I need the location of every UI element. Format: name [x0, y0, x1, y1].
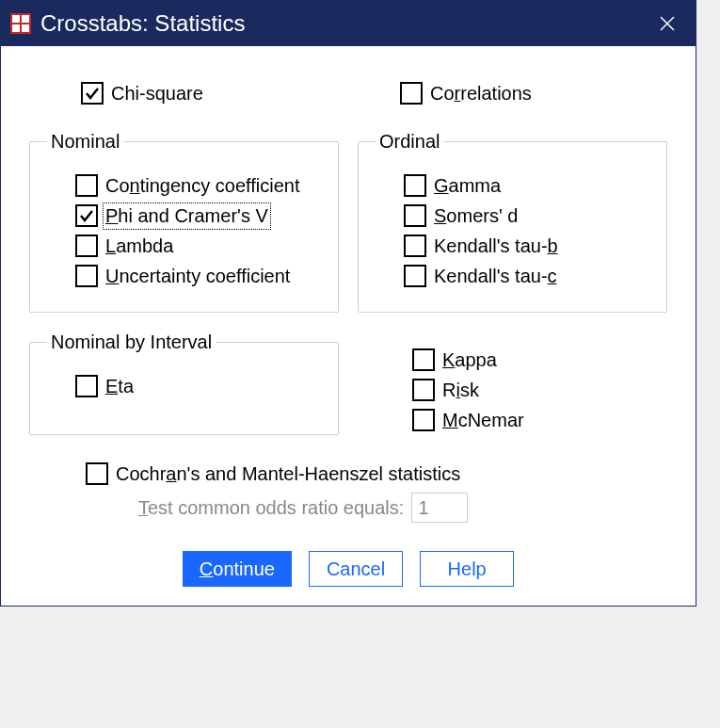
cancel-button[interactable]: Cancel — [309, 551, 403, 587]
dialog-title: Crosstabs: Statistics — [40, 10, 648, 37]
close-button[interactable] — [648, 5, 686, 42]
gamma-checkbox[interactable] — [404, 174, 426, 197]
kendall-b-label: Kendall's tau-b — [434, 235, 558, 257]
mcnemar-checkbox[interactable] — [412, 409, 435, 431]
ordinal-legend: Ordinal — [376, 131, 443, 153]
uncertainty-label: Uncertainty coefficient — [105, 266, 290, 287]
crosstabs-statistics-dialog: Crosstabs: Statistics Chi-square — [0, 0, 696, 607]
gamma-label: Gamma — [434, 175, 501, 197]
somers-checkbox[interactable] — [404, 204, 426, 227]
kendall-b-row: Kendall's tau-b — [376, 235, 649, 257]
correlations-row: Correlations — [400, 82, 667, 105]
chi-square-checkbox[interactable] — [81, 82, 104, 105]
help-button[interactable]: Help — [420, 551, 514, 587]
phi-cramer-row: Phi and Cramer's V — [47, 204, 321, 227]
kappa-row: Kappa — [412, 348, 650, 371]
odds-ratio-label: Test common odds ratio equals: — [138, 497, 404, 519]
chi-square-label: Chi-square — [111, 83, 203, 105]
svg-rect-4 — [22, 24, 29, 32]
risk-label: Risk — [442, 380, 479, 401]
button-row: Continue Cancel Help — [29, 551, 667, 587]
nominal-legend: Nominal — [47, 131, 123, 153]
extra-group: Kappa Risk McNemar — [358, 332, 667, 439]
lambda-row: Lambda — [47, 235, 321, 257]
risk-row: Risk — [412, 379, 650, 401]
risk-checkbox[interactable] — [412, 379, 435, 401]
titlebar: Crosstabs: Statistics — [1, 1, 696, 46]
contingency-checkbox[interactable] — [75, 174, 98, 197]
eta-checkbox[interactable] — [75, 375, 98, 397]
cochran-row: Cochran's and Mantel-Haenszel statistics — [86, 462, 667, 485]
app-icon — [10, 13, 31, 34]
dialog-body: Chi-square Correlations Nominal Co — [1, 46, 696, 606]
phi-cramer-checkbox[interactable] — [75, 204, 98, 227]
svg-rect-3 — [12, 24, 20, 32]
svg-rect-2 — [22, 15, 29, 23]
odds-ratio-input — [411, 493, 468, 523]
uncertainty-row: Uncertainty coefficient — [47, 265, 321, 287]
nominal-group: Nominal Contingency coefficient Phi and … — [29, 131, 339, 313]
mcnemar-label: McNemar — [442, 410, 524, 431]
eta-label: Eta — [105, 376, 134, 397]
lambda-checkbox[interactable] — [75, 235, 98, 257]
kappa-checkbox[interactable] — [412, 348, 435, 371]
correlations-checkbox[interactable] — [400, 82, 423, 105]
gamma-row: Gamma — [376, 174, 649, 197]
chi-square-row: Chi-square — [81, 82, 348, 105]
eta-row: Eta — [47, 375, 321, 397]
kendall-b-checkbox[interactable] — [404, 235, 426, 257]
kendall-c-row: Kendall's tau-c — [376, 265, 649, 287]
somers-row: Somers' d — [376, 204, 649, 227]
kendall-c-label: Kendall's tau-c — [434, 266, 557, 287]
odds-ratio-row: Test common odds ratio equals: — [86, 493, 667, 523]
uncertainty-checkbox[interactable] — [75, 265, 98, 287]
correlations-label: Correlations — [430, 83, 532, 105]
cochran-label: Cochran's and Mantel-Haenszel statistics — [116, 463, 460, 485]
contingency-row: Contingency coefficient — [47, 174, 321, 197]
lambda-label: Lambda — [105, 235, 173, 257]
cochran-checkbox[interactable] — [86, 462, 108, 485]
phi-cramer-label: Phi and Cramer's V — [105, 205, 268, 227]
nominal-interval-group: Nominal by Interval Eta — [29, 332, 339, 435]
somers-label: Somers' d — [434, 205, 518, 227]
contingency-label: Contingency coefficient — [105, 175, 299, 197]
kappa-label: Kappa — [442, 349, 497, 371]
kendall-c-checkbox[interactable] — [404, 265, 426, 287]
cochran-section: Cochran's and Mantel-Haenszel statistics… — [29, 462, 667, 523]
ordinal-group: Ordinal Gamma Somers' d Kendall's tau-b — [358, 131, 667, 313]
close-icon — [659, 15, 676, 32]
svg-rect-1 — [12, 15, 20, 23]
mcnemar-row: McNemar — [412, 409, 650, 431]
continue-button[interactable]: Continue — [183, 551, 292, 587]
nominal-interval-legend: Nominal by Interval — [47, 332, 216, 353]
